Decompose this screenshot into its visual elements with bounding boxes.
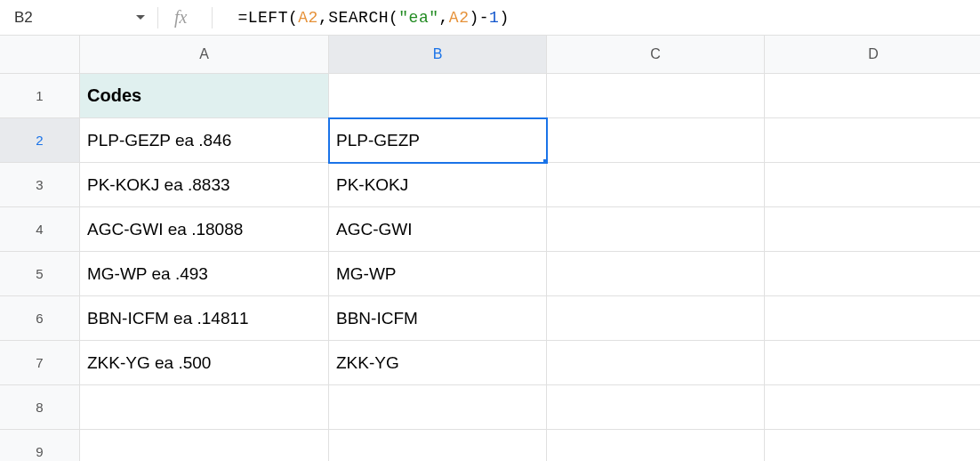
cell-D9[interactable] xyxy=(765,430,980,461)
row-header-7[interactable]: 7 xyxy=(0,341,80,385)
divider xyxy=(157,7,158,28)
formula-token: ( xyxy=(288,9,298,27)
cell-B6[interactable]: BBN-ICFM xyxy=(329,296,547,341)
cell-C8[interactable] xyxy=(547,385,765,430)
formula-token: - xyxy=(479,9,489,27)
formula-bar: B2 fx =LEFT(A2,SEARCH("ea",A2)-1) xyxy=(0,0,980,36)
cell-B4[interactable]: AGC-GWI xyxy=(329,207,547,252)
cell-D3[interactable] xyxy=(765,163,980,207)
formula-token: SEARCH xyxy=(328,9,389,27)
cell-B8[interactable] xyxy=(329,385,547,430)
cell-A7[interactable]: ZKK-YG ea .500 xyxy=(80,341,329,385)
cell-A5[interactable]: MG-WP ea .493 xyxy=(80,252,329,296)
cell-B2[interactable]: PLP-GEZP xyxy=(329,118,547,163)
row-header-1[interactable]: 1 xyxy=(0,74,80,118)
cell-B3[interactable]: PK-KOKJ xyxy=(329,163,547,207)
cell-B7[interactable]: ZKK-YG xyxy=(329,341,547,385)
cell-C3[interactable] xyxy=(547,163,765,207)
fx-icon[interactable]: fx xyxy=(174,7,187,28)
formula-token: A2 xyxy=(449,9,470,27)
column-header-C[interactable]: C xyxy=(547,36,765,74)
cell-B9[interactable] xyxy=(329,430,547,461)
cell-C7[interactable] xyxy=(547,341,765,385)
row-header-3[interactable]: 3 xyxy=(0,163,80,207)
column-header-A[interactable]: A xyxy=(80,36,329,74)
cell-reference-box[interactable]: B2 xyxy=(11,9,157,27)
cell-C2[interactable] xyxy=(547,118,765,163)
cell-C9[interactable] xyxy=(547,430,765,461)
column-header-B[interactable]: B xyxy=(329,36,547,74)
cell-C4[interactable] xyxy=(547,207,765,252)
row-header-5[interactable]: 5 xyxy=(0,252,80,296)
cell-D6[interactable] xyxy=(765,296,980,341)
formula-token: ) xyxy=(499,9,509,27)
formula-token: ) xyxy=(469,9,478,27)
formula-input[interactable]: =LEFT(A2,SEARCH("ea",A2)-1) xyxy=(237,9,509,27)
cell-D5[interactable] xyxy=(765,252,980,296)
row-header-2[interactable]: 2 xyxy=(0,118,80,163)
cell-A2[interactable]: PLP-GEZP ea .846 xyxy=(80,118,329,163)
row-header-6[interactable]: 6 xyxy=(0,296,80,341)
cell-D8[interactable] xyxy=(765,385,980,430)
cell-B5[interactable]: MG-WP xyxy=(329,252,547,296)
cell-B1[interactable] xyxy=(329,74,547,118)
fill-handle[interactable] xyxy=(542,158,547,163)
cell-A6[interactable]: BBN-ICFM ea .14811 xyxy=(80,296,329,341)
formula-token: , xyxy=(439,9,449,27)
cell-A1[interactable]: Codes xyxy=(80,74,329,118)
cell-A4[interactable]: AGC-GWI ea .18088 xyxy=(80,207,329,252)
select-all-corner[interactable] xyxy=(0,36,80,74)
cell-D1[interactable] xyxy=(765,74,980,118)
dropdown-arrow-icon[interactable] xyxy=(136,15,145,20)
cell-value: PLP-GEZP xyxy=(336,131,420,150)
formula-token: ( xyxy=(389,9,398,27)
cell-C6[interactable] xyxy=(547,296,765,341)
formula-token: "ea" xyxy=(398,9,438,27)
formula-token: A2 xyxy=(298,9,318,27)
cell-C5[interactable] xyxy=(547,252,765,296)
cell-D2[interactable] xyxy=(765,118,980,163)
cell-A8[interactable] xyxy=(80,385,329,430)
row-header-8[interactable]: 8 xyxy=(0,385,80,430)
row-header-4[interactable]: 4 xyxy=(0,207,80,252)
formula-token: =LEFT xyxy=(237,9,288,27)
cell-D7[interactable] xyxy=(765,341,980,385)
formula-token: , xyxy=(318,9,328,27)
column-header-D[interactable]: D xyxy=(765,36,980,74)
divider xyxy=(212,7,213,28)
cell-D4[interactable] xyxy=(765,207,980,252)
cell-A3[interactable]: PK-KOKJ ea .8833 xyxy=(80,163,329,207)
formula-token: 1 xyxy=(489,9,499,27)
cell-C1[interactable] xyxy=(547,74,765,118)
row-header-9[interactable]: 9 xyxy=(0,430,80,461)
cell-A9[interactable] xyxy=(80,430,329,461)
cell-reference: B2 xyxy=(11,9,136,27)
spreadsheet-grid: A B C D 1 Codes 2 PLP-GEZP ea .846 PLP-G… xyxy=(0,36,980,461)
